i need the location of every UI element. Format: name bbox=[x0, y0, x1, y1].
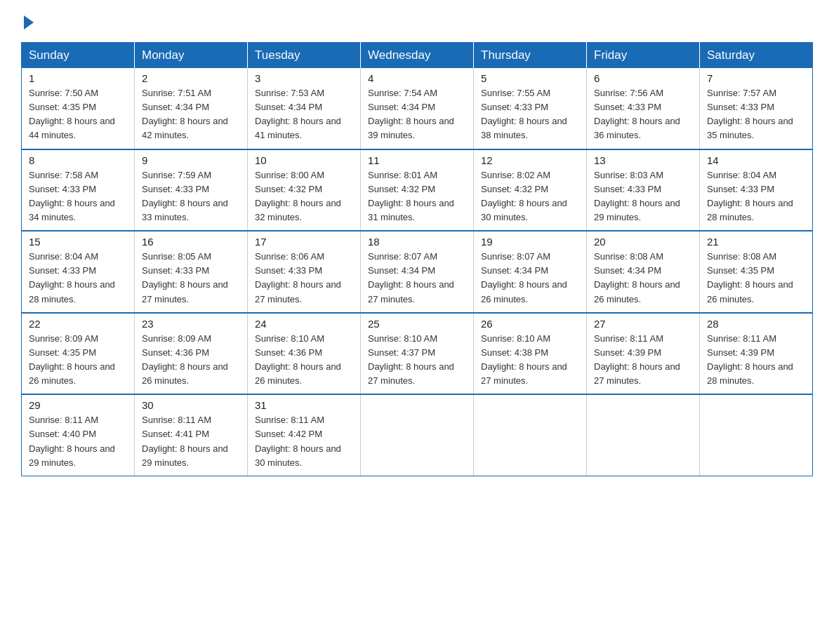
calendar-cell: 3Sunrise: 7:53 AMSunset: 4:34 PMDaylight… bbox=[248, 68, 361, 149]
day-info: Sunrise: 8:06 AMSunset: 4:33 PMDaylight:… bbox=[255, 250, 353, 307]
day-number: 19 bbox=[481, 236, 579, 248]
day-info: Sunrise: 8:07 AMSunset: 4:34 PMDaylight:… bbox=[481, 250, 579, 307]
calendar-cell: 10Sunrise: 8:00 AMSunset: 4:32 PMDayligh… bbox=[248, 149, 361, 232]
day-info: Sunrise: 8:00 AMSunset: 4:32 PMDaylight:… bbox=[255, 168, 353, 225]
page-header bbox=[21, 14, 813, 29]
day-number: 23 bbox=[142, 318, 240, 330]
day-info: Sunrise: 8:11 AMSunset: 4:40 PMDaylight:… bbox=[29, 413, 127, 470]
day-info: Sunrise: 8:09 AMSunset: 4:36 PMDaylight:… bbox=[142, 332, 240, 389]
calendar-cell: 20Sunrise: 8:08 AMSunset: 4:34 PMDayligh… bbox=[587, 231, 700, 313]
calendar-cell: 13Sunrise: 8:03 AMSunset: 4:33 PMDayligh… bbox=[587, 149, 700, 232]
day-number: 8 bbox=[29, 154, 127, 166]
calendar-header-sunday: Sunday bbox=[22, 43, 135, 69]
day-number: 25 bbox=[368, 318, 466, 330]
calendar-cell: 24Sunrise: 8:10 AMSunset: 4:36 PMDayligh… bbox=[248, 313, 361, 395]
day-info: Sunrise: 8:01 AMSunset: 4:32 PMDaylight:… bbox=[368, 168, 466, 225]
calendar-header-tuesday: Tuesday bbox=[248, 43, 361, 69]
day-info: Sunrise: 8:04 AMSunset: 4:33 PMDaylight:… bbox=[707, 168, 805, 225]
calendar-week-row: 1Sunrise: 7:50 AMSunset: 4:35 PMDaylight… bbox=[22, 68, 813, 149]
day-info: Sunrise: 8:08 AMSunset: 4:35 PMDaylight:… bbox=[707, 250, 805, 307]
calendar-cell: 29Sunrise: 8:11 AMSunset: 4:40 PMDayligh… bbox=[22, 394, 135, 476]
calendar-cell bbox=[587, 394, 700, 476]
day-number: 27 bbox=[594, 318, 692, 330]
day-info: Sunrise: 7:56 AMSunset: 4:33 PMDaylight:… bbox=[594, 86, 692, 143]
day-info: Sunrise: 8:03 AMSunset: 4:33 PMDaylight:… bbox=[594, 168, 692, 225]
day-info: Sunrise: 8:11 AMSunset: 4:42 PMDaylight:… bbox=[255, 413, 353, 470]
day-info: Sunrise: 7:51 AMSunset: 4:34 PMDaylight:… bbox=[142, 86, 240, 143]
day-number: 28 bbox=[707, 318, 805, 330]
calendar-cell: 7Sunrise: 7:57 AMSunset: 4:33 PMDaylight… bbox=[700, 68, 813, 149]
calendar-cell: 31Sunrise: 8:11 AMSunset: 4:42 PMDayligh… bbox=[248, 394, 361, 476]
day-number: 5 bbox=[481, 72, 579, 84]
calendar-cell: 1Sunrise: 7:50 AMSunset: 4:35 PMDaylight… bbox=[22, 68, 135, 149]
calendar-cell: 9Sunrise: 7:59 AMSunset: 4:33 PMDaylight… bbox=[135, 149, 248, 232]
calendar-cell: 6Sunrise: 7:56 AMSunset: 4:33 PMDaylight… bbox=[587, 68, 700, 149]
calendar-cell: 16Sunrise: 8:05 AMSunset: 4:33 PMDayligh… bbox=[135, 231, 248, 313]
calendar-week-row: 22Sunrise: 8:09 AMSunset: 4:35 PMDayligh… bbox=[22, 313, 813, 395]
calendar-cell: 30Sunrise: 8:11 AMSunset: 4:41 PMDayligh… bbox=[135, 394, 248, 476]
day-info: Sunrise: 7:53 AMSunset: 4:34 PMDaylight:… bbox=[255, 86, 353, 143]
day-number: 11 bbox=[368, 154, 466, 166]
day-number: 14 bbox=[707, 154, 805, 166]
day-info: Sunrise: 8:02 AMSunset: 4:32 PMDaylight:… bbox=[481, 168, 579, 225]
day-info: Sunrise: 7:54 AMSunset: 4:34 PMDaylight:… bbox=[368, 86, 466, 143]
calendar-cell: 25Sunrise: 8:10 AMSunset: 4:37 PMDayligh… bbox=[361, 313, 474, 395]
day-number: 31 bbox=[255, 399, 353, 411]
day-number: 12 bbox=[481, 154, 579, 166]
day-number: 16 bbox=[142, 236, 240, 248]
day-number: 30 bbox=[142, 399, 240, 411]
calendar-cell: 15Sunrise: 8:04 AMSunset: 4:33 PMDayligh… bbox=[22, 231, 135, 313]
day-info: Sunrise: 7:55 AMSunset: 4:33 PMDaylight:… bbox=[481, 86, 579, 143]
calendar-cell: 27Sunrise: 8:11 AMSunset: 4:39 PMDayligh… bbox=[587, 313, 700, 395]
calendar-cell: 28Sunrise: 8:11 AMSunset: 4:39 PMDayligh… bbox=[700, 313, 813, 395]
day-number: 29 bbox=[29, 399, 127, 411]
day-info: Sunrise: 8:08 AMSunset: 4:34 PMDaylight:… bbox=[594, 250, 692, 307]
calendar-header-row: SundayMondayTuesdayWednesdayThursdayFrid… bbox=[22, 43, 813, 69]
logo-arrow-icon bbox=[24, 15, 34, 29]
day-number: 9 bbox=[142, 154, 240, 166]
day-number: 21 bbox=[707, 236, 805, 248]
day-number: 20 bbox=[594, 236, 692, 248]
calendar-cell: 18Sunrise: 8:07 AMSunset: 4:34 PMDayligh… bbox=[361, 231, 474, 313]
day-info: Sunrise: 8:04 AMSunset: 4:33 PMDaylight:… bbox=[29, 250, 127, 307]
logo bbox=[21, 14, 34, 29]
calendar-week-row: 29Sunrise: 8:11 AMSunset: 4:40 PMDayligh… bbox=[22, 394, 813, 476]
day-info: Sunrise: 7:57 AMSunset: 4:33 PMDaylight:… bbox=[707, 86, 805, 143]
calendar-cell: 21Sunrise: 8:08 AMSunset: 4:35 PMDayligh… bbox=[700, 231, 813, 313]
calendar-cell bbox=[700, 394, 813, 476]
day-info: Sunrise: 8:07 AMSunset: 4:34 PMDaylight:… bbox=[368, 250, 466, 307]
calendar-cell: 12Sunrise: 8:02 AMSunset: 4:32 PMDayligh… bbox=[474, 149, 587, 232]
day-info: Sunrise: 8:09 AMSunset: 4:35 PMDaylight:… bbox=[29, 332, 127, 389]
calendar-cell bbox=[474, 394, 587, 476]
day-number: 24 bbox=[255, 318, 353, 330]
day-number: 18 bbox=[368, 236, 466, 248]
day-number: 2 bbox=[142, 72, 240, 84]
calendar-cell bbox=[361, 394, 474, 476]
day-number: 10 bbox=[255, 154, 353, 166]
calendar-cell: 23Sunrise: 8:09 AMSunset: 4:36 PMDayligh… bbox=[135, 313, 248, 395]
calendar-week-row: 15Sunrise: 8:04 AMSunset: 4:33 PMDayligh… bbox=[22, 231, 813, 313]
calendar-header-saturday: Saturday bbox=[700, 43, 813, 69]
day-info: Sunrise: 8:11 AMSunset: 4:41 PMDaylight:… bbox=[142, 413, 240, 470]
calendar-header-monday: Monday bbox=[135, 43, 248, 69]
day-info: Sunrise: 8:11 AMSunset: 4:39 PMDaylight:… bbox=[707, 332, 805, 389]
calendar-cell: 17Sunrise: 8:06 AMSunset: 4:33 PMDayligh… bbox=[248, 231, 361, 313]
day-info: Sunrise: 8:05 AMSunset: 4:33 PMDaylight:… bbox=[142, 250, 240, 307]
day-info: Sunrise: 7:58 AMSunset: 4:33 PMDaylight:… bbox=[29, 168, 127, 225]
calendar-cell: 2Sunrise: 7:51 AMSunset: 4:34 PMDaylight… bbox=[135, 68, 248, 149]
calendar-cell: 4Sunrise: 7:54 AMSunset: 4:34 PMDaylight… bbox=[361, 68, 474, 149]
calendar-cell: 8Sunrise: 7:58 AMSunset: 4:33 PMDaylight… bbox=[22, 149, 135, 232]
day-number: 17 bbox=[255, 236, 353, 248]
calendar-header-friday: Friday bbox=[587, 43, 700, 69]
day-info: Sunrise: 8:10 AMSunset: 4:36 PMDaylight:… bbox=[255, 332, 353, 389]
calendar-week-row: 8Sunrise: 7:58 AMSunset: 4:33 PMDaylight… bbox=[22, 149, 813, 232]
calendar-header-thursday: Thursday bbox=[474, 43, 587, 69]
day-number: 26 bbox=[481, 318, 579, 330]
day-number: 6 bbox=[594, 72, 692, 84]
day-info: Sunrise: 8:10 AMSunset: 4:37 PMDaylight:… bbox=[368, 332, 466, 389]
calendar-header-wednesday: Wednesday bbox=[361, 43, 474, 69]
day-number: 4 bbox=[368, 72, 466, 84]
day-info: Sunrise: 7:59 AMSunset: 4:33 PMDaylight:… bbox=[142, 168, 240, 225]
day-number: 7 bbox=[707, 72, 805, 84]
calendar-cell: 22Sunrise: 8:09 AMSunset: 4:35 PMDayligh… bbox=[22, 313, 135, 395]
